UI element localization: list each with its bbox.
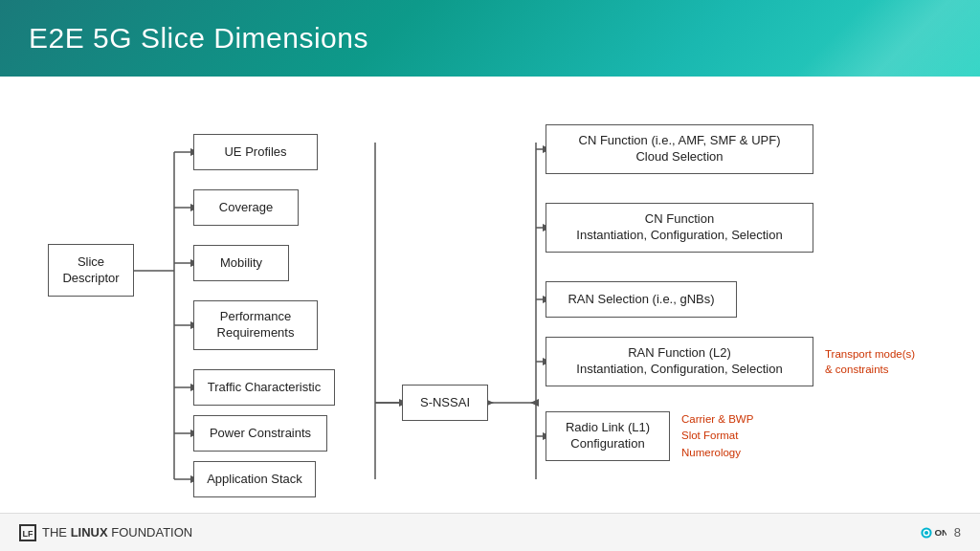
- page-number: 8: [954, 525, 961, 540]
- coverage-label: Coverage: [219, 200, 273, 216]
- page-footer: LF THE LINUX FOUNDATION ONAP 8: [0, 513, 980, 551]
- traffic-char-label: Traffic Characteristic: [208, 380, 321, 396]
- app-stack-label: Application Stack: [207, 472, 302, 488]
- linux-foundation-label: THE LINUX FOUNDATION: [42, 525, 192, 540]
- performance-req-label: PerformanceRequirements: [217, 309, 295, 342]
- svg-text:LF: LF: [23, 529, 33, 539]
- page-title: E2E 5G Slice Dimensions: [29, 22, 368, 55]
- svg-text:ONAP: ONAP: [934, 527, 947, 538]
- s-nssai-label: S-NSSAI: [420, 395, 470, 411]
- power-constraints-box: Power Constraints: [193, 415, 327, 452]
- traffic-char-box: Traffic Characteristic: [193, 369, 335, 406]
- s-nssai-box: S-NSSAI: [402, 385, 488, 421]
- onap-icon: ONAP: [920, 519, 947, 546]
- slice-descriptor-label: Slice Descriptor: [56, 254, 125, 287]
- cn-function-inst-label: CN FunctionInstantiation, Configuration,…: [576, 211, 782, 244]
- ue-profiles-box: UE Profiles: [193, 134, 318, 170]
- svg-marker-34: [530, 399, 539, 407]
- ue-profiles-label: UE Profiles: [224, 144, 286, 161]
- ran-function-label: RAN Function (L2)Instantiation, Configur…: [576, 345, 782, 378]
- onap-logo: ONAP: [920, 519, 947, 546]
- ran-selection-box: RAN Selection (i.e., gNBs): [546, 281, 737, 318]
- radio-annotation: Carrier & BWPSlot FormatNumerology: [681, 411, 753, 461]
- transport-annotation-text: Transport mode(s)& constraints: [825, 348, 915, 375]
- transport-annotation: Transport mode(s)& constraints: [825, 346, 915, 377]
- svg-line-17: [375, 311, 402, 403]
- main-content: Slice Descriptor UE Profiles Coverage Mo…: [0, 77, 980, 513]
- ran-selection-label: RAN Selection (i.e., gNBs): [568, 292, 714, 308]
- linux-foundation-icon: LF: [19, 524, 36, 541]
- ran-function-box: RAN Function (L2)Instantiation, Configur…: [546, 337, 813, 386]
- coverage-box: Coverage: [193, 189, 299, 226]
- svg-point-39: [924, 530, 928, 534]
- radio-annotation-text: Carrier & BWPSlot FormatNumerology: [681, 413, 753, 458]
- power-constraints-label: Power Constraints: [210, 426, 311, 442]
- radio-link-box: Radio Link (L1)Configuration: [546, 411, 670, 461]
- page-header: E2E 5G Slice Dimensions: [0, 0, 980, 77]
- slice-descriptor-box: Slice Descriptor: [48, 244, 134, 297]
- footer-linux: LF THE LINUX FOUNDATION: [19, 524, 192, 541]
- cn-function-inst-box: CN FunctionInstantiation, Configuration,…: [546, 203, 813, 253]
- mobility-label: Mobility: [220, 255, 262, 272]
- footer-right: ONAP 8: [920, 519, 961, 546]
- diagram-container: Slice Descriptor UE Profiles Coverage Mo…: [29, 96, 947, 507]
- performance-req-box: PerformanceRequirements: [193, 300, 318, 350]
- cn-function-cloud-label: CN Function (i.e., AMF, SMF & UPF)Cloud …: [579, 133, 781, 165]
- mobility-box: Mobility: [193, 245, 289, 281]
- app-stack-box: Application Stack: [193, 461, 316, 497]
- cn-function-cloud-box: CN Function (i.e., AMF, SMF & UPF)Cloud …: [546, 124, 813, 174]
- radio-link-label: Radio Link (L1)Configuration: [566, 420, 650, 452]
